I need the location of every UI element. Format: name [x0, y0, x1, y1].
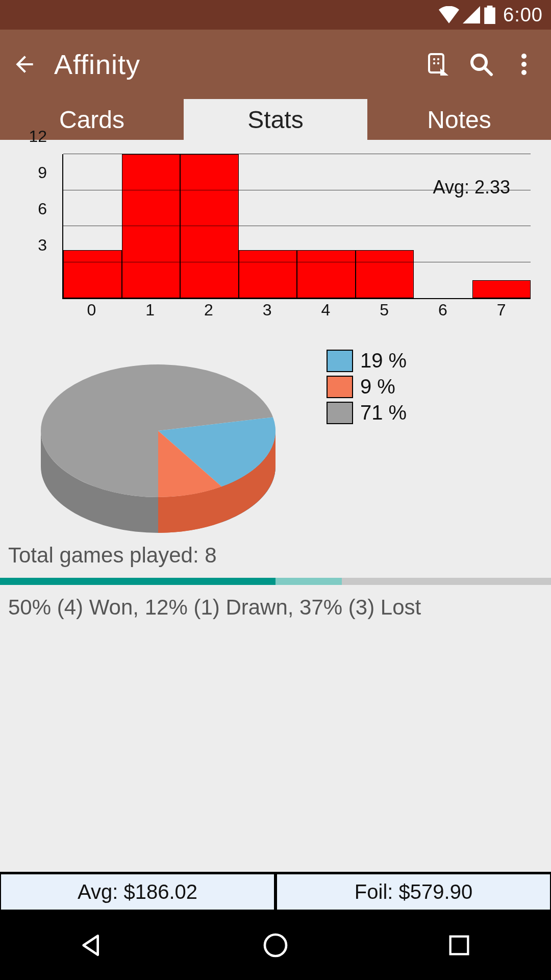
avg-price-button[interactable]: Avg: $186.02 [0, 873, 275, 911]
legend-row: 9 % [327, 375, 407, 398]
pie-legend: 19 %9 %71 % [327, 349, 407, 427]
status-bar: 6:00 [0, 0, 551, 30]
progress-lost [342, 578, 551, 585]
bar [356, 250, 414, 298]
bar [122, 154, 181, 298]
nav-recent-icon[interactable] [436, 922, 482, 968]
svg-line-8 [484, 67, 491, 75]
x-tick-label: 5 [355, 301, 414, 320]
price-row: Avg: $186.02 Foil: $579.90 [0, 872, 551, 911]
progress-drawn [276, 578, 342, 585]
mana-curve-chart: 36912 Avg: 2.33 01234567 [20, 154, 531, 314]
x-tick-label: 7 [472, 301, 531, 320]
legend-label: 9 % [360, 375, 395, 398]
card-action-icon[interactable] [420, 46, 456, 82]
tab-cards[interactable]: Cards [0, 99, 184, 140]
bar [297, 250, 356, 298]
pie-section: 19 %9 %71 % [20, 349, 531, 533]
tab-bar: Cards Stats Notes [0, 99, 551, 140]
tab-notes[interactable]: Notes [367, 99, 551, 140]
x-tick-label: 2 [180, 301, 238, 320]
svg-point-9 [521, 54, 527, 59]
y-tick-label: 3 [38, 236, 47, 255]
legend-label: 19 % [360, 349, 407, 372]
nav-bar [0, 911, 551, 980]
search-icon[interactable] [463, 46, 499, 82]
svg-rect-13 [450, 937, 468, 954]
legend-row: 19 % [327, 349, 407, 372]
svg-point-3 [433, 58, 435, 60]
bar [472, 280, 531, 298]
wifi-icon [439, 6, 459, 23]
tab-stats[interactable]: Stats [184, 99, 367, 140]
back-button[interactable] [9, 49, 40, 80]
foil-price-button[interactable]: Foil: $579.90 [275, 873, 551, 911]
cellular-icon [462, 6, 481, 23]
bar [239, 250, 297, 298]
x-tick-label: 6 [414, 301, 472, 320]
y-tick-label: 6 [38, 200, 47, 218]
legend-swatch [327, 376, 353, 398]
svg-point-6 [437, 62, 439, 64]
chart-annotation: Avg: 2.33 [433, 177, 510, 198]
battery-icon [484, 6, 496, 24]
x-tick-label: 4 [296, 301, 355, 320]
content: 36912 Avg: 2.33 01234567 19 %9 %71 % Tot… [0, 140, 551, 911]
nav-home-icon[interactable] [253, 922, 298, 968]
page-title: Affinity [54, 48, 413, 80]
y-tick-label: 9 [38, 163, 47, 182]
svg-rect-0 [484, 8, 495, 24]
svg-point-5 [433, 62, 435, 64]
legend-swatch [327, 350, 353, 372]
record-label: 50% (4) Won, 12% (1) Drawn, 37% (3) Lost [0, 585, 551, 630]
x-tick-label: 3 [238, 301, 296, 320]
progress-won [0, 578, 276, 585]
total-games-label: Total games played: 8 [0, 533, 551, 578]
status-time: 6:00 [503, 4, 543, 26]
x-tick-label: 1 [121, 301, 180, 320]
legend-label: 71 % [360, 401, 407, 424]
win-loss-progress [0, 578, 551, 585]
svg-point-4 [437, 58, 439, 60]
svg-point-12 [265, 935, 286, 956]
y-tick-label: 12 [29, 127, 47, 146]
overflow-menu-icon[interactable] [506, 46, 542, 82]
x-tick-label: 0 [62, 301, 121, 320]
pie-chart [20, 349, 327, 533]
nav-back-icon[interactable] [69, 922, 115, 968]
bar [180, 154, 239, 298]
svg-rect-1 [487, 6, 493, 8]
svg-point-11 [521, 70, 527, 75]
legend-swatch [327, 402, 353, 424]
app-bar: Affinity [0, 30, 551, 99]
svg-point-10 [521, 62, 527, 67]
legend-row: 71 % [327, 401, 407, 424]
bar [63, 250, 122, 298]
